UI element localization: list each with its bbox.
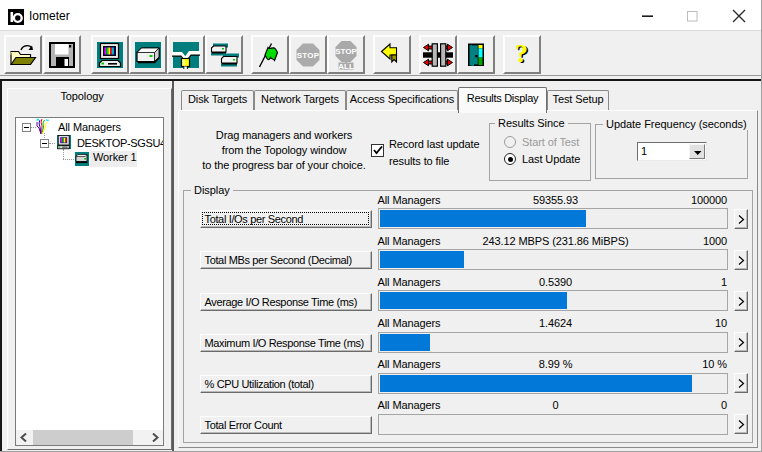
svg-text:ALL: ALL [338,61,354,69]
svg-text:STOP: STOP [297,51,320,60]
svg-text:STOP: STOP [335,46,357,55]
svg-text:?: ? [515,41,528,68]
